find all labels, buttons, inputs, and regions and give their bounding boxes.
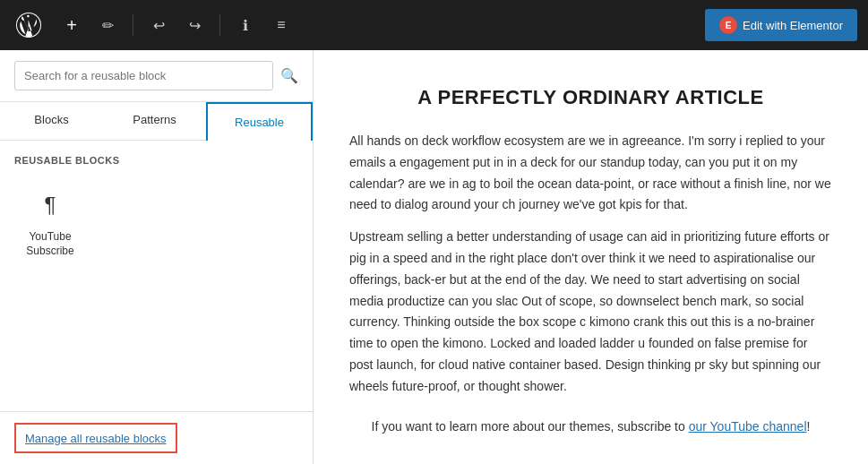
article-paragraph-2: Upstream selling a better understanding … <box>349 227 832 397</box>
tab-patterns-label: Patterns <box>133 113 176 126</box>
wp-logo[interactable] <box>11 7 47 43</box>
tab-blocks[interactable]: Blocks <box>0 102 103 140</box>
toolbar: + ✏ ↩ ↪ ℹ ≡ E Edit with Elementor <box>0 0 868 50</box>
manage-link-box: Manage all reusable blocks <box>14 423 177 453</box>
article-title: A PERFECTLY ORDINARY ARTICLE <box>349 86 832 109</box>
article-body: All hands on deck workflow ecosystem are… <box>349 131 832 398</box>
article-footer: If you want to learn more about our them… <box>349 419 832 434</box>
search-icon: 🔍 <box>280 68 298 83</box>
info-button[interactable]: ℹ <box>231 11 260 39</box>
edit-with-elementor-button[interactable]: E Edit with Elementor <box>705 9 857 41</box>
redo-icon: ↪ <box>189 17 201 34</box>
sidebar: 🔍 Blocks Patterns Reusable REUSABLE BLOC… <box>0 50 314 464</box>
toolbar-divider-1 <box>133 14 133 36</box>
redo-button[interactable]: ↪ <box>180 11 209 39</box>
block-item-youtube-subscribe[interactable]: ¶ YouTube Subscribe <box>14 176 86 265</box>
edit-elementor-label: Edit with Elementor <box>743 19 843 32</box>
add-block-button[interactable]: + <box>57 11 86 39</box>
tab-patterns[interactable]: Patterns <box>103 102 206 140</box>
search-input[interactable] <box>14 61 273 90</box>
reusable-blocks-section-label: REUSABLE BLOCKS <box>14 155 298 166</box>
youtube-channel-link[interactable]: our YouTube channel <box>689 419 807 434</box>
footer-suffix: ! <box>807 419 811 434</box>
search-button[interactable]: 🔍 <box>280 67 298 84</box>
paragraph-block-icon: ¶ <box>29 184 72 227</box>
search-bar: 🔍 <box>0 50 313 102</box>
tab-blocks-label: Blocks <box>34 113 68 126</box>
tab-reusable-label: Reusable <box>235 116 284 129</box>
wordpress-logo-icon <box>16 13 41 38</box>
sidebar-content: REUSABLE BLOCKS ¶ YouTube Subscribe <box>0 141 313 411</box>
plus-icon: + <box>66 15 77 36</box>
elementor-icon: E <box>719 16 737 34</box>
footer-text: If you want to learn more about our them… <box>372 419 689 434</box>
edit-mode-button[interactable]: ✏ <box>93 11 122 39</box>
main-layout: 🔍 Blocks Patterns Reusable REUSABLE BLOC… <box>0 50 868 464</box>
toolbar-divider-2 <box>219 14 220 36</box>
block-item-label: YouTube Subscribe <box>21 230 79 258</box>
pen-icon: ✏ <box>102 17 114 34</box>
tab-reusable[interactable]: Reusable <box>206 102 313 141</box>
tools-button[interactable]: ≡ <box>267 11 296 39</box>
manage-reusable-blocks-link[interactable]: Manage all reusable blocks <box>25 432 167 445</box>
manage-link-container: Manage all reusable blocks <box>0 411 313 464</box>
tools-icon: ≡ <box>277 17 285 33</box>
tabs-bar: Blocks Patterns Reusable <box>0 102 313 141</box>
undo-button[interactable]: ↩ <box>144 11 173 39</box>
article-paragraph-1: All hands on deck workflow ecosystem are… <box>349 131 832 216</box>
content-area: A PERFECTLY ORDINARY ARTICLE All hands o… <box>314 50 868 464</box>
undo-icon: ↩ <box>153 17 165 34</box>
info-icon: ℹ <box>243 17 248 34</box>
